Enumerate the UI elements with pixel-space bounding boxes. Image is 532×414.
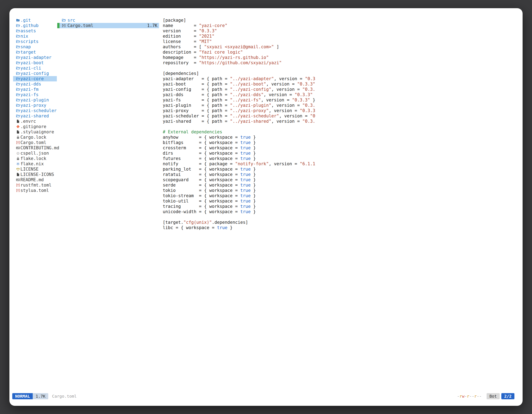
preview-line: tokio = { workspace = true } — [163, 188, 519, 193]
preview-line: yazi-boot = { path = "../yazi-boot", ver… — [163, 81, 519, 87]
entry-name: scripts — [20, 39, 39, 44]
preview-line: authors = [ "sxyazi <sxyazi@gmail.com>" … — [163, 44, 519, 49]
selection-marker — [57, 23, 59, 28]
entry-name: yazi-adapter — [20, 55, 52, 60]
file-item-license-icons[interactable]: LICENSE-ICONS — [13, 172, 57, 177]
preview-line: # External dependencies — [163, 129, 519, 135]
folder-open-icon — [62, 19, 66, 22]
file-item-.envrc[interactable]: .envrc — [13, 119, 57, 124]
entry-name: Cargo.toml — [20, 140, 46, 145]
entry-name: yazi-proxy — [20, 103, 46, 108]
file-item-.styluaignore[interactable]: .styluaignore — [13, 129, 57, 135]
folder-open-icon — [16, 72, 20, 75]
preview-line: yazi-config = { path = "../yazi-config",… — [163, 87, 519, 92]
folder-open-icon — [16, 82, 20, 86]
folder-item-target[interactable]: target — [13, 49, 57, 55]
status-filename: Cargo.toml — [52, 393, 76, 399]
preview-line — [163, 66, 519, 71]
folder-item-yazi-scheduler[interactable]: yazi-scheduler — [13, 108, 57, 113]
markdown-icon — [16, 146, 20, 150]
entry-name: yazi-dds — [20, 81, 41, 87]
entry-name: .styluaignore — [20, 129, 54, 135]
folder-item-scripts[interactable]: scripts — [13, 39, 57, 44]
folder-git-icon — [16, 19, 20, 22]
preview-line: tracing = { workspace = true } — [163, 204, 519, 209]
scroll-position-indicator: Bot — [487, 393, 500, 399]
folder-item-snap[interactable]: snap — [13, 44, 57, 49]
file-item-flake.nix[interactable]: flake.nix — [13, 161, 57, 166]
folder-item-yazi-config[interactable]: yazi-config — [13, 71, 57, 76]
entry-name: flake.nix — [20, 161, 44, 166]
preview-line: futures = { workspace = true } — [163, 156, 519, 161]
folder-item-nix[interactable]: nix — [13, 34, 57, 39]
folder-item-src[interactable]: src — [57, 18, 159, 23]
entry-name: rustfmt.toml — [20, 183, 52, 188]
folder-open-icon — [16, 77, 20, 81]
current-directory-pane: srcCargo.toml1.7K — [57, 18, 159, 28]
file-item-contributing.md[interactable]: CONTRIBUTING.md — [13, 145, 57, 151]
preview-line: yazi-scheduler = { path = "../yazi-sched… — [163, 113, 519, 119]
entry-name: Cargo.lock — [20, 135, 46, 140]
preview-line: name = "yazi-core" — [163, 23, 519, 28]
lock-icon — [16, 135, 20, 139]
file-size-indicator: 1.7K — [33, 393, 48, 399]
folder-item-yazi-cli[interactable]: yazi-cli — [13, 66, 57, 71]
folder-item-assets[interactable]: assets — [13, 28, 57, 34]
folder-item-.git[interactable]: .git — [13, 18, 57, 23]
preview-line: tokio-util = { workspace = true } — [163, 198, 519, 204]
file-item-readme.md[interactable]: README.md — [13, 177, 57, 183]
preview-line: unicode-width = { workspace = true } — [163, 209, 519, 214]
file-item-cargo.lock[interactable]: Cargo.lock — [13, 135, 57, 140]
folder-item-yazi-boot[interactable]: yazi-boot — [13, 60, 57, 66]
folder-item-yazi-dds[interactable]: yazi-dds — [13, 81, 57, 87]
entry-name: yazi-cli — [20, 66, 41, 71]
preview-line: description = "Yazi core logic" — [163, 49, 519, 55]
folder-open-icon — [16, 109, 20, 113]
preview-line: notify = { package = "notify-fork", vers… — [163, 161, 519, 166]
entry-name: yazi-core — [20, 76, 44, 81]
folder-item-yazi-proxy[interactable]: yazi-proxy — [13, 103, 57, 108]
entry-name: cspell.json — [20, 151, 49, 156]
entry-name: stylua.toml — [20, 188, 49, 193]
preview-line: tokio-stream = { workspace = true } — [163, 193, 519, 198]
folder-item-yazi-core[interactable]: yazi-core — [13, 76, 57, 81]
folder-open-icon — [16, 40, 20, 43]
file-item-cargo.toml[interactable]: Cargo.toml1.7K — [57, 23, 159, 28]
entry-name: .envrc — [20, 119, 36, 124]
entry-name: nix — [20, 34, 28, 39]
file-item-rustfmt.toml[interactable]: rustfmt.toml — [13, 183, 57, 188]
preview-line: yazi-plugin = { path = "../yazi-plugin",… — [163, 103, 519, 108]
preview-line: [target."cfg(unix)".dependencies] — [163, 220, 519, 225]
folder-item-yazi-fs[interactable]: yazi-fs — [13, 92, 57, 97]
preview-line — [163, 214, 519, 220]
file-item-stylua.toml[interactable]: stylua.toml — [13, 188, 57, 193]
file-item-cspell.json[interactable]: {}cspell.json — [13, 151, 57, 156]
svg-text:{}: {} — [16, 152, 20, 155]
entry-name: .github — [20, 23, 39, 28]
folder-item-yazi-plugin[interactable]: yazi-plugin — [13, 97, 57, 103]
folder-item-yazi-adapter[interactable]: yazi-adapter — [13, 55, 57, 60]
entry-size: 1.7K — [147, 23, 157, 28]
file-item-cargo.toml[interactable]: Cargo.toml — [13, 140, 57, 145]
entry-name: src — [67, 18, 75, 23]
file-item-flake.lock[interactable]: flake.lock — [13, 156, 57, 161]
preview-line: homepage = "https://yazi-rs.github.io" — [163, 55, 519, 60]
file-preview-pane: [package]name = "yazi-core"version = "0.… — [163, 18, 519, 230]
folder-item-yazi-fm[interactable]: yazi-fm — [13, 87, 57, 92]
preview-line: version = "0.3.3" — [163, 28, 519, 34]
folder-item-yazi-shared[interactable]: yazi-shared — [13, 113, 57, 119]
preview-line: edition = "2021" — [163, 34, 519, 39]
json-icon: {} — [16, 151, 20, 155]
lock-icon — [16, 157, 20, 160]
entry-name: .gitignore — [20, 124, 46, 129]
file-item-license[interactable]: LICENSE — [13, 166, 57, 172]
nix-icon — [16, 162, 20, 166]
entry-name: LICENSE-ICONS — [20, 172, 54, 177]
entry-name: yazi-fs — [20, 92, 39, 97]
folder-item-.github[interactable]: .github — [13, 23, 57, 28]
preview-line: yazi-fs = { path = "../yazi-fs", version… — [163, 97, 519, 103]
folder-open-icon — [16, 66, 20, 70]
entry-name: yazi-scheduler — [20, 108, 57, 113]
file-item-.gitignore[interactable]: .gitignore — [13, 124, 57, 129]
folder-open-icon — [16, 34, 20, 38]
